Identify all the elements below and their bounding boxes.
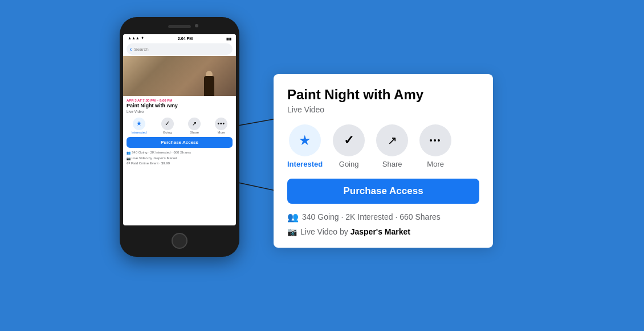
more-label: More [217,131,225,134]
card-more-label: More [427,160,444,168]
card-video-icon: 📷 [287,227,297,236]
card-star-icon: ★ [299,132,311,148]
card-more-circle: ••• [419,124,451,156]
going-label: Going [163,131,172,134]
phone-action-more[interactable]: ••• More [215,118,227,134]
card-share-label: Share [382,160,402,168]
card-meta-prefix: Live Video by [300,227,350,236]
video-icon: 📷 [127,156,131,160]
card-purchase-button[interactable]: Purchase Access [287,179,479,204]
card-title: Paint Night with Amy [287,87,479,103]
phone-purchase-button[interactable]: Purchase Access [127,137,233,148]
search-placeholder: Search [134,47,148,52]
event-card: Paint Night with Amy Live Video ★ Intere… [274,74,493,248]
people-icon: 👥 [127,151,131,155]
phone-mockup: ▲▲▲ ✦ 2:04 PM ▮▮▮ ‹ Search APR 3 AT 7:30… [120,17,239,257]
card-subtitle: Live Video [287,105,479,114]
card-going-circle: ✓ [333,124,365,156]
event-date: APR 3 AT 7:30 PM – 9:00 PM [127,99,233,102]
phone-action-share[interactable]: ↗ Share [188,118,201,134]
search-bar[interactable]: ‹ Search [127,43,233,55]
card-actions-row: ★ Interested ✓ Going ↗ Share ••• More [287,124,479,168]
signal-icon: ▲▲▲ ✦ [128,36,144,41]
status-bar: ▲▲▲ ✦ 2:04 PM ▮▮▮ [123,34,236,42]
phone-screen: ▲▲▲ ✦ 2:04 PM ▮▮▮ ‹ Search APR 3 AT 7:30… [123,34,236,225]
card-action-share[interactable]: ↗ Share [375,124,409,168]
phone-camera [195,24,198,27]
event-title: Paint Night with Amy [127,103,233,109]
phone-stats: 👥 340 Going · 2K Interested · 660 Shares [123,150,236,156]
phone-body: ▲▲▲ ✦ 2:04 PM ▮▮▮ ‹ Search APR 3 AT 7:30… [120,17,239,257]
card-going-label: Going [339,160,359,168]
card-stats-text: 340 Going · 2K Interested · 660 Shares [302,212,441,221]
star-icon: ★ [136,120,142,127]
phone-actions-row: ★ Interested ✓ Going ↗ Share [123,115,236,135]
share-label: Share [190,131,199,134]
phone-meta-row: 📷 Live Video by Jasper's Market [123,156,236,161]
share-icon: ↗ [192,120,197,127]
phone-paid-row: 🏷 Paid Online Event · $9.99 [123,161,236,166]
phone-event-info: APR 3 AT 7:30 PM – 9:00 PM Paint Night w… [123,96,236,115]
more-icon: ••• [218,120,226,127]
card-meta-text: Live Video by Jasper's Market [300,227,410,236]
card-more-icon: ••• [430,136,442,145]
phone-home-button[interactable] [172,233,188,249]
card-interested-circle: ★ [289,124,321,156]
card-check-icon: ✓ [344,133,354,148]
event-image [123,56,236,96]
card-share-circle: ↗ [376,124,408,156]
phone-action-going[interactable]: ✓ Going [161,118,174,134]
battery-icon: ▮▮▮ [226,37,231,41]
card-action-interested[interactable]: ★ Interested [287,124,323,168]
figure-silhouette [199,64,219,96]
time-display: 2:04 PM [178,37,193,41]
event-subtitle: Live Video [127,110,233,114]
card-action-going[interactable]: ✓ Going [332,124,366,168]
card-action-more[interactable]: ••• More [418,124,453,168]
ticket-icon: 🏷 [127,162,130,165]
going-circle: ✓ [161,118,174,130]
interested-label: Interested [132,131,147,134]
stats-text: 340 Going · 2K Interested · 660 Shares [132,151,191,154]
card-meta-market: Jasper's Market [350,227,410,236]
share-circle: ↗ [188,118,201,130]
interested-circle: ★ [133,118,145,130]
back-icon[interactable]: ‹ [130,46,132,53]
phone-speaker [168,25,191,28]
paid-text: Paid Online Event · $9.99 [131,162,170,165]
card-share-icon: ↗ [388,134,397,147]
card-meta-row: 📷 Live Video by Jasper's Market [287,227,479,236]
card-interested-label: Interested [287,160,323,168]
card-stats-row: 👥 340 Going · 2K Interested · 660 Shares [287,212,479,223]
check-icon: ✓ [165,120,170,127]
meta-text: Live Video by Jasper's Market [132,156,177,160]
phone-action-interested[interactable]: ★ Interested [132,118,147,134]
card-people-icon: 👥 [287,212,299,223]
more-circle: ••• [215,118,227,130]
